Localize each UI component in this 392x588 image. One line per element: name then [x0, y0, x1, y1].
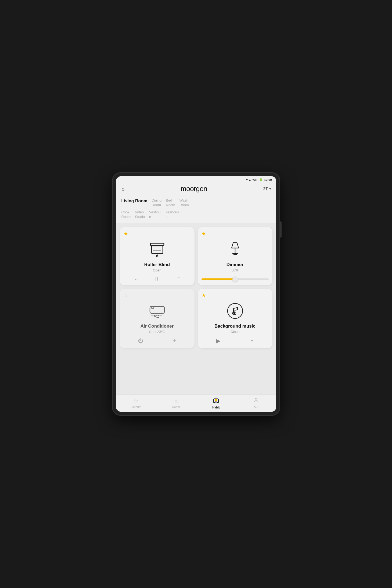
ac-title: Air Conditioner	[124, 324, 191, 329]
room-item-cook-room[interactable]: CookRoom	[121, 209, 135, 220]
card-fav-roller-blind[interactable]: ★	[124, 231, 128, 237]
roller-blind-up-button[interactable]: ⌃	[174, 275, 183, 282]
chevron-down-icon: ▾	[269, 187, 271, 191]
svg-point-5	[156, 255, 158, 257]
card-air-conditioner[interactable]: ☆ Air Condi	[120, 289, 195, 348]
search-icon[interactable]: ⌕	[121, 186, 125, 192]
music-title: Background music	[202, 324, 269, 329]
nav-item-favorite[interactable]: ☆ Favorite	[128, 397, 144, 408]
room-item-bed-room[interactable]: BedRoom	[166, 197, 179, 209]
screen: ▼▲ WiFi 🔋 12:00 ⌕ moorgen 2F ▾ Living Ro…	[116, 176, 276, 412]
roller-blind-title: Roller Blind	[124, 262, 191, 267]
ac-controls: ⏻ +	[124, 337, 191, 345]
nav-divider	[121, 222, 271, 222]
dimmer-slider[interactable]	[202, 276, 269, 282]
card-background-music[interactable]: ★ Background music Close	[198, 289, 272, 348]
svg-rect-8	[234, 253, 236, 254]
room-item-living-room[interactable]: Living Room	[121, 197, 152, 209]
card-fav-dimmer[interactable]: ★	[202, 231, 206, 237]
status-bar: ▼▲ WiFi 🔋 12:00	[116, 176, 276, 182]
music-icon-area	[202, 302, 269, 320]
roller-blind-icon-area	[124, 240, 191, 259]
music-controls: ▶ +	[202, 336, 269, 345]
ac-icon-area	[124, 302, 191, 320]
svg-rect-0	[150, 243, 164, 245]
nav-favorite-icon: ☆	[133, 397, 139, 404]
ac-plus-button[interactable]: +	[170, 337, 179, 345]
roller-blind-controls: ⌄ || ⌃	[124, 275, 191, 282]
floor-selector[interactable]: 2F ▾	[263, 187, 271, 191]
favorite-star-icon: ★	[202, 231, 206, 236]
roller-blind-pause-button[interactable]: ||	[155, 276, 159, 281]
dimmer-icon-area	[202, 240, 269, 259]
logo-text-second: gen	[196, 185, 207, 193]
nav-room-label: Room	[172, 405, 180, 408]
nav-habit-icon	[213, 397, 219, 405]
dimmer-status: 50%	[202, 268, 269, 272]
music-status: Close	[202, 330, 269, 334]
dimmer-icon	[226, 240, 244, 259]
svg-rect-9	[150, 306, 164, 313]
room-row-1: Living Room DiningRoom BedRoom WashRoom	[121, 197, 271, 209]
wifi-icon: WiFi	[252, 178, 258, 181]
floor-label: 2F	[263, 187, 268, 191]
nav-room-icon: ⌂	[174, 397, 178, 404]
dimmer-slider-thumb[interactable]	[232, 277, 238, 282]
nav-me-label: Me	[254, 406, 258, 409]
nav-item-habit[interactable]: Habit	[208, 397, 224, 409]
music-icon	[226, 302, 244, 320]
cards-grid: ★ Roller Blind Open	[120, 227, 272, 348]
room-navigation: Living Room DiningRoom BedRoom WashRoom …	[116, 195, 276, 223]
logo-text-first: moor	[181, 185, 196, 193]
dimmer-slider-track	[202, 278, 269, 280]
dimmer-slider-fill	[202, 278, 235, 280]
room-item-teahouse[interactable]: Teahouse	[166, 209, 183, 220]
nav-favorite-label: Favorite	[131, 405, 141, 408]
svg-rect-11	[152, 307, 154, 309]
dimmer-title: Dimmer	[202, 262, 269, 267]
svg-point-16	[255, 398, 257, 400]
room-item-video-studio[interactable]: VideoStudio	[135, 209, 149, 220]
card-roller-blind[interactable]: ★ Roller Blind Open	[120, 227, 195, 285]
ac-status: Cool 23℃	[124, 330, 191, 334]
svg-rect-1	[152, 246, 163, 253]
card-fav-music[interactable]: ★	[202, 292, 206, 298]
roller-blind-down-button[interactable]: ⌄	[131, 275, 140, 282]
app-logo: moorgen	[181, 185, 207, 193]
room-item-wash-room[interactable]: WashRoom	[179, 197, 193, 209]
music-play-button[interactable]: ▶	[214, 336, 223, 345]
card-fav-ac[interactable]: ☆	[124, 292, 128, 298]
ac-icon	[148, 302, 167, 320]
favorite-star-icon: ☆	[124, 293, 128, 298]
header: ⌕ moorgen 2F ▾	[116, 182, 276, 195]
battery-icon: 🔋	[259, 178, 263, 181]
nav-item-me[interactable]: Me	[248, 397, 264, 409]
room-row-2: CookRoom VideoStudio Vestibule Teahouse	[121, 209, 271, 220]
nav-item-room[interactable]: ⌂ Room	[168, 397, 184, 408]
roller-blind-status: Open	[124, 268, 191, 272]
roller-blind-icon	[148, 240, 167, 259]
bottom-navigation: ☆ Favorite ⌂ Room Habit	[116, 395, 276, 412]
signal-icon: ▼▲	[246, 178, 251, 181]
favorite-star-icon: ★	[124, 231, 128, 236]
music-plus-button[interactable]: +	[248, 336, 256, 345]
ac-power-button[interactable]: ⏻	[135, 337, 146, 345]
tablet-frame: ▼▲ WiFi 🔋 12:00 ⌕ moorgen 2F ▾ Living Ro…	[113, 173, 279, 415]
nav-me-icon	[253, 397, 259, 405]
card-dimmer[interactable]: ★ Dimmer 50%	[198, 227, 272, 285]
nav-habit-label: Habit	[212, 406, 220, 409]
room-item-vestibule[interactable]: Vestibule	[149, 209, 166, 220]
status-time: 12:00	[264, 178, 272, 181]
favorite-star-icon: ★	[202, 293, 206, 298]
svg-point-15	[215, 399, 217, 401]
room-item-dining-room[interactable]: DiningRoom	[152, 197, 166, 209]
content-area: ★ Roller Blind Open	[116, 223, 276, 395]
